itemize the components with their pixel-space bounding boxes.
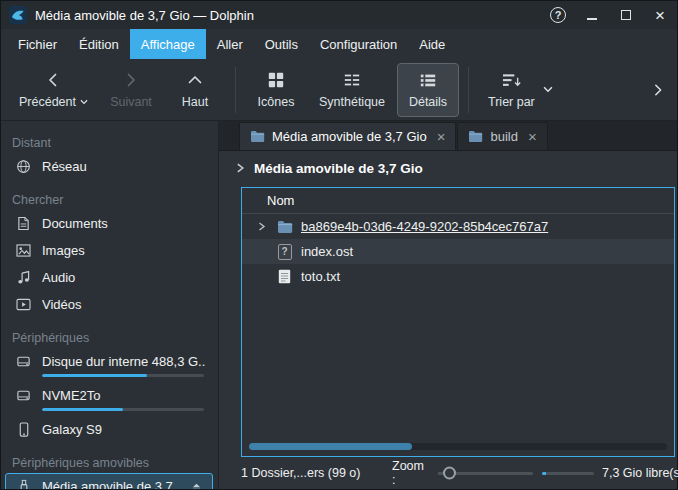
location-bar[interactable]: Média amovible de 3,7 Gio: [219, 151, 677, 185]
tab-label: Média amovible de 3,7 Gio: [272, 129, 427, 144]
harddisk-icon: [15, 388, 32, 403]
sidebar-item-label: Images: [42, 243, 206, 258]
unknown-file-icon: ?: [276, 244, 293, 260]
compact-view-button[interactable]: Synthétique: [309, 63, 395, 117]
up-button[interactable]: Haut: [164, 63, 226, 117]
caret-down-icon: [543, 86, 553, 93]
sidebar-item-nvme2to[interactable]: NVME2To: [5, 382, 213, 416]
file-view: Nom ba869e4b-03d6-4249-9202-85b4cec767a7…: [241, 187, 675, 457]
audio-icon: [15, 270, 32, 285]
zoom-slider[interactable]: [438, 472, 533, 475]
tab-close-icon[interactable]: ×: [528, 129, 537, 144]
usb-drive-icon: [15, 479, 32, 489]
menu-fichier[interactable]: Fichier: [7, 29, 68, 59]
close-button[interactable]: ×: [651, 6, 669, 24]
sidebar-item-label: Réseau: [42, 159, 206, 174]
compact-view-icon: [343, 70, 361, 90]
places-panel: Distant Réseau Chercher Documents: [1, 121, 219, 489]
expand-chevron-icon[interactable]: [255, 222, 268, 231]
breadcrumb-location[interactable]: Média amovible de 3,7 Gio: [254, 161, 423, 176]
zoom-label: Zoom :: [392, 459, 429, 487]
forward-icon: [123, 70, 139, 90]
text-file-icon: [276, 269, 293, 284]
sidebar-item-removable-media[interactable]: Média amovible de 3,7 ...: [5, 473, 213, 489]
sidebar-item-label: Disque dur interne 488,3 G...: [42, 354, 206, 369]
maximize-icon: [621, 10, 631, 20]
menu-outils[interactable]: Outils: [254, 29, 309, 59]
menubar: Fichier Édition Affichage Aller Outils C…: [1, 29, 677, 59]
caret-down-icon: [80, 99, 88, 105]
folder-icon: [468, 130, 483, 143]
sort-by-label: Trier par: [488, 95, 535, 109]
horizontal-scrollbar[interactable]: [249, 443, 667, 450]
file-row[interactable]: toto.txt: [242, 264, 674, 289]
sidebar-item-videos[interactable]: Vidéos: [5, 291, 213, 318]
eject-button[interactable]: [190, 480, 206, 489]
minimize-button[interactable]: [583, 6, 601, 24]
maximize-button[interactable]: [617, 6, 635, 24]
harddisk-icon: [15, 354, 32, 369]
tab-close-icon[interactable]: ×: [437, 129, 446, 144]
sort-by-button[interactable]: Trier par: [478, 63, 563, 117]
details-view-label: Détails: [409, 95, 447, 109]
toolbar-overflow-button[interactable]: [651, 83, 669, 97]
icons-view-button[interactable]: Icônes: [245, 63, 307, 117]
window-title: Média amovible de 3,7 Gio — Dolphin: [35, 8, 254, 23]
tab-build[interactable]: build ×: [457, 122, 547, 150]
icons-view-label: Icônes: [258, 95, 295, 109]
minimize-icon: [587, 18, 597, 20]
sidebar-item-reseau[interactable]: Réseau: [5, 153, 213, 180]
file-name: toto.txt: [301, 269, 340, 284]
file-name: ba869e4b-03d6-4249-9202-85b4cec767a7: [301, 219, 548, 234]
sidebar-item-label: Galaxy S9: [42, 422, 206, 437]
up-icon: [187, 70, 203, 90]
column-header-name[interactable]: Nom: [242, 188, 674, 214]
zoom-slider-handle[interactable]: [443, 467, 456, 480]
chevron-right-icon[interactable]: [235, 163, 245, 173]
app-icon[interactable]: [9, 6, 27, 24]
window-controls: ? ×: [549, 6, 669, 24]
sidebar-item-label: Audio: [42, 270, 206, 285]
sidebar-item-label: Média amovible de 3,7 ...: [42, 479, 180, 489]
section-header-peripheriques-amovibles: Périphériques amovibles: [5, 453, 213, 473]
up-label: Haut: [182, 95, 208, 109]
images-icon: [15, 244, 32, 257]
chevron-right-icon: [651, 83, 665, 97]
scrollbar-handle[interactable]: [249, 443, 412, 450]
sidebar-item-images[interactable]: Images: [5, 237, 213, 264]
main-area: Média amovible de 3,7 Gio × build × Médi…: [219, 121, 677, 489]
sidebar-item-audio[interactable]: Audio: [5, 264, 213, 291]
sidebar-item-label: Documents: [42, 216, 206, 231]
menu-edition[interactable]: Édition: [68, 29, 130, 59]
back-icon: [45, 70, 61, 90]
menu-aller[interactable]: Aller: [206, 29, 254, 59]
sidebar-item-galaxy-s9[interactable]: Galaxy S9: [5, 416, 213, 443]
back-button[interactable]: Précédent: [9, 63, 98, 117]
sidebar-item-documents[interactable]: Documents: [5, 210, 213, 237]
close-icon: ×: [655, 7, 665, 24]
forward-label: Suivant: [110, 95, 152, 109]
help-button[interactable]: ?: [549, 6, 567, 24]
toolbar: Précédent Suivant Haut Icônes Synthét: [1, 59, 677, 121]
menu-affichage[interactable]: Affichage: [130, 29, 206, 59]
details-view-button[interactable]: Détails: [397, 63, 459, 117]
forward-button[interactable]: Suivant: [100, 63, 162, 117]
file-row[interactable]: ? index.ost: [242, 239, 674, 264]
documents-icon: [15, 216, 32, 231]
menu-aide[interactable]: Aide: [408, 29, 456, 59]
sidebar-item-disque-dur-interne[interactable]: Disque dur interne 488,3 G...: [5, 348, 213, 382]
status-bar: 1 Dossier,...ers (99 o) Zoom : 7,3 Gio l…: [219, 457, 677, 489]
phone-icon: [15, 422, 32, 437]
disk-usage-bar: [42, 374, 204, 377]
titlebar[interactable]: Média amovible de 3,7 Gio — Dolphin ? ×: [1, 1, 677, 29]
file-name: index.ost: [301, 244, 353, 259]
section-header-chercher: Chercher: [5, 190, 213, 210]
toolbar-separator: [235, 67, 236, 113]
sidebar-item-label: Vidéos: [42, 297, 206, 312]
tab-removable-media[interactable]: Média amovible de 3,7 Gio ×: [239, 122, 456, 150]
compact-view-label: Synthétique: [319, 95, 385, 109]
dolphin-window: Média amovible de 3,7 Gio — Dolphin ? × …: [0, 0, 678, 490]
file-row[interactable]: ba869e4b-03d6-4249-9202-85b4cec767a7: [242, 214, 674, 239]
menu-configuration[interactable]: Configuration: [309, 29, 408, 59]
videos-icon: [15, 298, 32, 311]
